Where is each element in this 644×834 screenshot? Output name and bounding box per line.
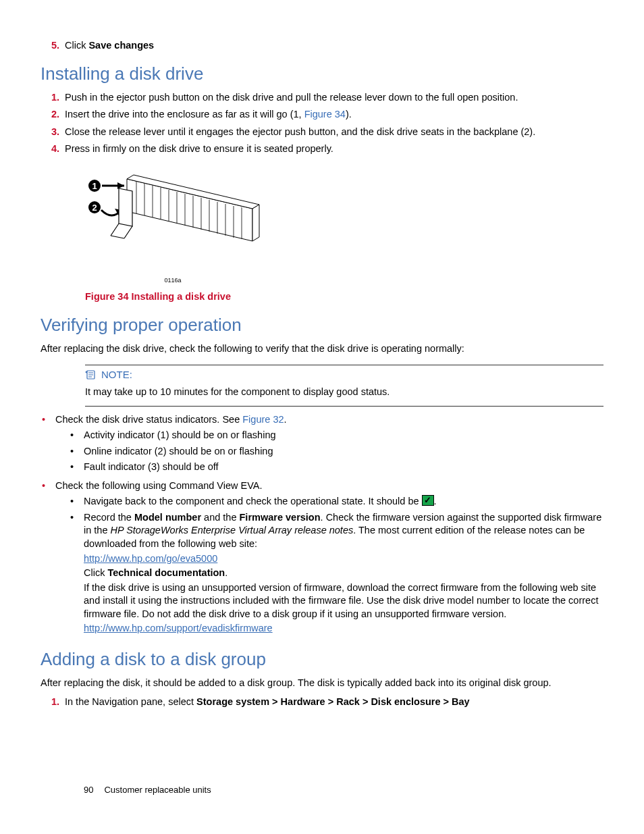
sub-activity: Activity indicator (1) should be on or f… [69, 429, 603, 442]
figure-34-diagram: 1 2 [85, 168, 603, 286]
note-icon [85, 369, 97, 380]
note-rule-top [85, 365, 603, 365]
adding-intro: After replacing the disk, it should be a… [41, 677, 603, 690]
verify-intro: After replacing the disk drive, check th… [41, 342, 603, 356]
bullet-indicators: Check the disk drive status indicators. … [41, 413, 603, 477]
ok-status-icon [422, 495, 434, 506]
footer-title: Customer replaceable units [104, 785, 211, 795]
step-number: 5. [41, 39, 65, 53]
svg-marker-9 [252, 205, 259, 241]
xref-figure-34[interactable]: Figure 34 [304, 109, 346, 120]
page-number: 90 [84, 785, 93, 795]
note-rule-bottom [85, 406, 603, 407]
install-step-3: 3. Close the release lever until it enga… [41, 126, 603, 139]
svg-marker-24 [119, 188, 132, 226]
heading-installing: Installing a disk drive [41, 62, 603, 86]
svg-line-27 [111, 236, 124, 238]
svg-line-25 [111, 224, 119, 236]
note-text: It may take up to 10 minutes for the com… [85, 386, 603, 399]
adding-step-1: 1. In the Navigation pane, select Storag… [41, 696, 603, 709]
heading-verifying: Verifying proper operation [41, 313, 603, 337]
install-step-4: 4. Press in firmly on the disk drive to … [41, 142, 603, 156]
install-step-1: 1. Push in the ejector push button on th… [41, 91, 603, 105]
sub-record: Record the Model number and the Firmware… [69, 511, 603, 635]
install-step-2: 2. Insert the drive into the enclosure a… [41, 108, 603, 122]
figure-code: 0116a [164, 277, 181, 284]
sub-navigate: Navigate back to the component and check… [69, 495, 603, 509]
step-text: Click Save changes [65, 39, 603, 53]
page-footer: 90Customer replaceable units [84, 784, 211, 796]
note-block: NOTE: It may take up to 10 minutes for t… [85, 365, 603, 406]
link-eva5000[interactable]: http://www.hp.com/go/eva5000 [84, 553, 217, 564]
note-heading: NOTE: [85, 368, 132, 382]
sub-fault: Fault indicator (3) should be off [69, 461, 603, 474]
sub-online: Online indicator (2) should be on or fla… [69, 445, 603, 459]
svg-text:2: 2 [92, 203, 97, 213]
figure-34-caption: Figure 34 Installing a disk drive [85, 290, 603, 304]
svg-text:1: 1 [92, 181, 97, 191]
step-5: 5. Click Save changes [41, 39, 603, 53]
bullet-command-view: Check the following using Command View E… [41, 479, 603, 638]
link-evadiskfirmware[interactable]: http://www.hp.com/support/evadiskfirmwar… [84, 623, 273, 633]
xref-figure-32[interactable]: Figure 32 [242, 414, 284, 425]
firmware-paragraph: If the disk drive is using an unsupporte… [84, 581, 603, 621]
svg-line-26 [124, 226, 132, 238]
heading-adding: Adding a disk to a disk group [41, 648, 603, 671]
